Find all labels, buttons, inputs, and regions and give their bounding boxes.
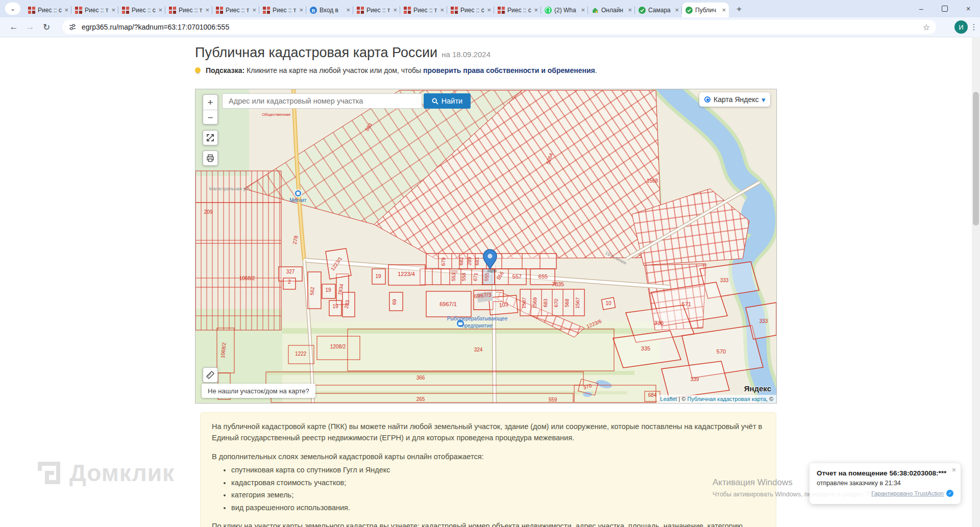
bookmark-star-icon[interactable]: ☆ — [923, 22, 930, 32]
tab-label: Риес :: т — [179, 7, 204, 14]
browser-tab-15[interactable]: Публич× — [682, 3, 729, 17]
url-text[interactable]: egrp365.ru/map/?kadnum=63:17:0701006:555 — [82, 23, 923, 31]
map-label: 366 — [416, 375, 425, 381]
tab-close-icon[interactable]: × — [722, 7, 726, 13]
ries-favicon-icon — [497, 6, 505, 14]
search-icon — [432, 98, 438, 105]
maximize-icon — [942, 6, 948, 12]
map-label: 69 — [391, 299, 397, 305]
map-label: 670 — [553, 298, 559, 307]
ries-favicon-icon — [28, 6, 35, 14]
trustaction-link[interactable]: Гарантировано TrustAction — [871, 490, 944, 496]
profile-avatar[interactable]: И — [954, 20, 968, 34]
tab-search-button[interactable]: ⌄ — [5, 3, 20, 15]
tab-close-icon[interactable]: × — [393, 7, 397, 13]
map-label: предприятие — [462, 323, 493, 329]
tab-close-icon[interactable]: × — [581, 7, 585, 13]
maximize-button[interactable] — [933, 0, 957, 17]
back-button[interactable]: ← — [7, 20, 20, 34]
map-label: 559 — [549, 397, 557, 403]
search-button[interactable]: Найти — [424, 93, 471, 109]
layer-selector[interactable]: Карта Яндекс ▾ — [699, 92, 770, 107]
pkk-link[interactable]: Публичная кадастровая карта — [688, 396, 766, 402]
tab-label: Самара — [648, 7, 673, 14]
browser-tab-2[interactable]: Риес :: т× — [71, 3, 118, 17]
tab-close-icon[interactable]: × — [346, 7, 350, 13]
map-canvas[interactable]: 5635264156820927832725621223/11978341928… — [195, 89, 776, 403]
hint-line: Подсказка: Кликните на карте на любой уч… — [195, 66, 597, 74]
tab-close-icon[interactable]: × — [675, 7, 679, 13]
map-search — [222, 93, 422, 109]
tab-close-icon[interactable]: × — [299, 7, 303, 13]
tab-close-icon[interactable]: × — [252, 7, 256, 13]
report-notification[interactable]: × Отчет на помещение 56:38:0203008:*** о… — [810, 463, 961, 504]
chevron-down-icon: ▾ — [762, 96, 765, 104]
browser-tab-6[interactable]: Риес :: т× — [259, 3, 306, 17]
tab-close-icon[interactable]: × — [487, 7, 491, 13]
tab-close-icon[interactable]: × — [111, 7, 115, 13]
tab-close-icon[interactable]: × — [64, 7, 68, 13]
not-found-link[interactable]: Не нашли участок/дом на карте? — [202, 384, 315, 398]
browser-menu-icon[interactable]: ⋮ — [969, 20, 979, 34]
map-label: 1222 — [295, 351, 307, 357]
ries-favicon-icon — [215, 6, 223, 14]
map-label: 336 — [654, 320, 664, 326]
tab-close-icon[interactable]: × — [205, 7, 209, 13]
info-bullet: категория земель; — [231, 489, 765, 500]
browser-tab-3[interactable]: Риес :: с× — [118, 3, 165, 17]
map-label: 19 — [332, 304, 338, 309]
zoom-in-button[interactable]: + — [203, 95, 217, 110]
browser-tab-1[interactable]: Риес :: с× — [24, 3, 71, 17]
info-bullets: спутниковая карта со спутников Гугл и Ян… — [212, 464, 765, 513]
domclick-logo-icon — [36, 460, 62, 486]
browser-tab-14[interactable]: Самара× — [635, 3, 682, 17]
measure-ruler-button[interactable] — [203, 367, 218, 383]
map-label: 681 — [474, 257, 480, 265]
tab-close-icon[interactable]: × — [628, 7, 632, 13]
notification-close-icon[interactable]: × — [952, 466, 956, 474]
map-label: 1208/2 — [330, 344, 346, 349]
site-info-icon[interactable] — [68, 23, 77, 31]
tab-label: Риес :: с — [38, 7, 63, 14]
browser-tab-9[interactable]: Риес :: т× — [400, 3, 447, 17]
tab-close-icon[interactable]: × — [534, 7, 538, 13]
map-label: 2 — [288, 279, 291, 285]
zoom-out-button[interactable]: − — [203, 110, 217, 125]
browser-tab-10[interactable]: Риес :: с× — [447, 3, 494, 17]
browser-tab-5[interactable]: Риес :: т× — [212, 3, 259, 17]
print-button[interactable] — [203, 150, 218, 166]
parcel-strips-west[interactable] — [195, 171, 281, 330]
map-label: 327 — [286, 269, 295, 274]
info-bullet: спутниковая карта со спутников Гугл и Ян… — [231, 464, 765, 475]
browser-tab-7[interactable]: ВВход в× — [306, 3, 353, 17]
map-label: 1068/2 — [239, 275, 255, 281]
minimize-button[interactable]: – — [910, 0, 933, 17]
scrollbar-thumb[interactable] — [973, 92, 979, 225]
hint-bold[interactable]: проверить права собственности и обремене… — [423, 66, 595, 74]
reload-button[interactable]: ↻ — [40, 20, 53, 34]
tab-close-icon[interactable]: × — [158, 7, 162, 13]
ries-favicon-icon — [356, 6, 364, 14]
close-window-button[interactable]: × — [957, 0, 980, 17]
browser-tab-8[interactable]: Риес :: т× — [353, 3, 400, 17]
browser-tab-13[interactable]: Онлайн× — [588, 3, 635, 17]
forward-button[interactable]: → — [23, 20, 37, 34]
browser-tab-12[interactable]: (2) Wha× — [541, 3, 588, 17]
tab-close-icon[interactable]: × — [440, 7, 444, 13]
page-scrollbar[interactable] — [972, 37, 980, 527]
address-bar[interactable]: egrp365.ru/map/?kadnum=63:17:0701006:555… — [62, 20, 936, 34]
fullscreen-button[interactable] — [203, 130, 218, 145]
browser-tab-11[interactable]: Риес :: с× — [494, 3, 541, 17]
browser-tab-4[interactable]: Риес :: т× — [165, 3, 212, 17]
map-label: 1568 — [647, 178, 658, 184]
info-paragraph-1: На публичной кадастровой карте (ПКК) вы … — [212, 421, 765, 444]
cadastral-map[interactable]: 5635264156820927832725621223/11978341928… — [195, 89, 776, 403]
map-label: 1587 — [521, 297, 527, 309]
search-input[interactable] — [228, 96, 416, 106]
new-tab-button[interactable]: + — [733, 3, 745, 15]
map-label: 103 — [499, 301, 509, 308]
leaflet-link[interactable]: Leaflet — [660, 396, 677, 402]
ries-favicon-icon — [121, 6, 129, 14]
verified-badge-icon: ✓ — [946, 490, 953, 497]
map-label: 19 — [325, 287, 331, 293]
